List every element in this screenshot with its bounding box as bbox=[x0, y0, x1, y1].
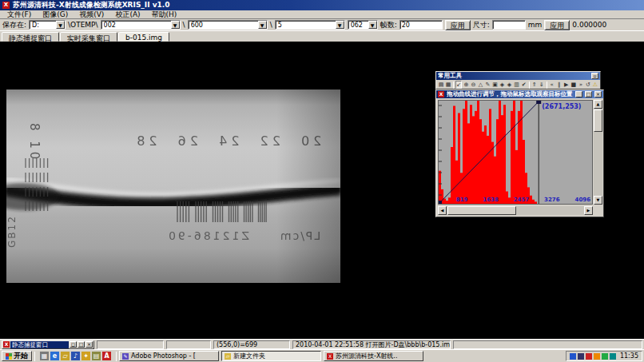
tray-icon-0[interactable] bbox=[570, 353, 576, 360]
common-tools-titlebar[interactable]: 常用工具 ▫ bbox=[436, 72, 600, 80]
horizontal-scrollbar[interactable]: ◀ ▶ bbox=[438, 206, 593, 215]
histogram-bar bbox=[467, 123, 470, 204]
tab-image-file[interactable]: b-015.img bbox=[118, 32, 169, 42]
tray-icon-3[interactable] bbox=[594, 353, 600, 360]
task-xris[interactable]: X苏州源清科技-X射线.. bbox=[324, 351, 423, 361]
scroll-up-icon[interactable]: ▲ bbox=[594, 100, 602, 109]
toolbar: 保存在: D:▼ \OTEMP\ 002▼ \ 600▼ \ 5▼ 062▼ 帧… bbox=[0, 19, 644, 31]
curve-origin-handle[interactable] bbox=[439, 201, 442, 204]
stop-icon[interactable]: ■ bbox=[570, 81, 577, 89]
check-icon[interactable]: ✔ bbox=[521, 81, 527, 89]
scroll-right-icon[interactable]: ▶ bbox=[584, 206, 593, 215]
play-icon[interactable]: ▶ bbox=[563, 81, 570, 89]
task-xris-label: 苏州源清科技-X射线.. bbox=[336, 352, 397, 360]
dir3-combo[interactable]: 5▼ bbox=[275, 20, 345, 30]
tray-icon-4[interactable] bbox=[602, 353, 608, 360]
histogram-bar bbox=[484, 125, 487, 204]
maximize-icon[interactable]: □ bbox=[78, 341, 85, 348]
x-axis-label: 819 bbox=[456, 197, 468, 203]
tab-realtime-capture[interactable]: 实时采集窗口 bbox=[60, 32, 117, 42]
x-axis-label: 3276 bbox=[544, 197, 560, 203]
menu-item-file[interactable]: 文件(F) bbox=[2, 10, 37, 20]
warning-icon[interactable]: ⚠ bbox=[592, 81, 598, 89]
folder-icon[interactable]: ▱ bbox=[61, 352, 70, 360]
zoom-out-icon[interactable]: ⊖ bbox=[470, 81, 476, 89]
start-button[interactable]: 开始 bbox=[2, 351, 32, 361]
hscroll-thumb[interactable] bbox=[447, 206, 516, 215]
scroll-left-icon[interactable]: ◀ bbox=[438, 206, 447, 215]
scroll-down-icon[interactable]: ▼ bbox=[594, 196, 602, 205]
tray-icon-1[interactable] bbox=[578, 353, 584, 360]
open-folder-icon[interactable]: ▤ bbox=[438, 81, 444, 89]
diamond-left-icon[interactable]: ◈ bbox=[507, 81, 513, 89]
histogram-bar bbox=[506, 192, 508, 205]
show-desktop-icon[interactable]: ▦ bbox=[40, 352, 49, 360]
menu-item-correct[interactable]: 校正(A) bbox=[109, 10, 145, 20]
menu-item-image[interactable]: 图像(G) bbox=[37, 10, 74, 20]
chevron-down-icon[interactable]: ▼ bbox=[368, 21, 377, 29]
explorer-icon[interactable]: ▤ bbox=[92, 352, 101, 360]
zoom-in-icon[interactable]: ⊕ bbox=[463, 81, 469, 89]
curve-tool-icon[interactable]: ↙ bbox=[455, 81, 462, 89]
task-new-folder[interactable]: ▱新建文件夹 bbox=[221, 351, 321, 361]
triangle-icon[interactable]: △ bbox=[477, 81, 483, 89]
last-frame-icon[interactable]: » bbox=[578, 81, 584, 89]
dir2-combo[interactable]: 600▼ bbox=[188, 20, 268, 30]
apply-size-button[interactable]: 应用 bbox=[544, 20, 570, 30]
vertical-scrollbar[interactable]: ▲ ▼ bbox=[594, 100, 602, 205]
dir1-combo[interactable]: 002▼ bbox=[101, 20, 181, 30]
task-photoshop[interactable]: ✎Adobe Photoshop - [ bbox=[119, 351, 219, 361]
close-icon[interactable]: × bbox=[594, 91, 602, 97]
unit-label: mm bbox=[528, 21, 543, 29]
chevron-down-icon[interactable]: ▼ bbox=[171, 21, 180, 29]
tray-icons bbox=[570, 353, 616, 360]
tray-icon-5[interactable] bbox=[610, 353, 616, 360]
vscroll-thumb[interactable] bbox=[594, 109, 602, 132]
clipboard-icon[interactable]: ▥ bbox=[514, 81, 520, 89]
tab-static-capture[interactable]: 静态捕捉窗口 bbox=[2, 32, 59, 42]
tray-icon-2[interactable] bbox=[586, 353, 592, 360]
arrow-down-icon[interactable]: ⇓ bbox=[539, 81, 545, 89]
size-input[interactable] bbox=[492, 20, 526, 30]
histogram-bar bbox=[470, 105, 472, 204]
maximize-icon[interactable]: □ bbox=[585, 91, 592, 97]
close-icon[interactable]: × bbox=[85, 341, 93, 348]
menu-item-help[interactable]: 帮助(H) bbox=[146, 10, 183, 20]
apply-frames-button[interactable]: 应用 bbox=[445, 20, 471, 30]
xray-image[interactable]: 18 20 22 24 26 28 8 10 GB12 Z12186-90 LP… bbox=[6, 90, 340, 283]
status-pixel-readout: (556,0)=699 bbox=[213, 340, 290, 349]
chevron-down-icon[interactable]: ▼ bbox=[258, 21, 267, 29]
loop-icon[interactable]: ↺ bbox=[585, 81, 591, 89]
pen-icon[interactable]: ✎ bbox=[484, 81, 491, 89]
minimize-icon[interactable]: _ bbox=[575, 91, 582, 97]
menu-item-video[interactable]: 视频(V) bbox=[74, 10, 109, 20]
mode-combo[interactable]: 062▼ bbox=[348, 20, 378, 30]
histogram-bar bbox=[513, 101, 515, 204]
minimized-child-window[interactable]: X 静态捕捉窗口 ◻ □ × bbox=[2, 340, 94, 349]
arrow-up-icon[interactable]: ⇑ bbox=[531, 81, 538, 89]
restore-icon[interactable]: ◻ bbox=[70, 341, 77, 348]
chevron-down-icon[interactable]: ▼ bbox=[56, 21, 65, 29]
histogram-bar bbox=[477, 101, 479, 204]
acrobat-icon[interactable]: A bbox=[102, 352, 111, 360]
chevron-down-icon[interactable]: ▼ bbox=[336, 21, 344, 29]
star-icon[interactable]: ✦ bbox=[81, 352, 90, 360]
taskbar-clock[interactable]: 11:35 bbox=[618, 352, 638, 360]
status-panel-empty-3 bbox=[453, 340, 642, 349]
sep1-label: \ bbox=[183, 21, 185, 29]
histogram-titlebar[interactable]: X 拖动曲线进行调节，拖动鼠标选取观察目标位置 _ □ × bbox=[436, 90, 603, 98]
frames-input[interactable] bbox=[400, 20, 443, 30]
image-icon[interactable]: ▣ bbox=[491, 81, 498, 89]
media-player-icon[interactable]: ♪ bbox=[71, 352, 80, 360]
windows-flag-icon bbox=[6, 353, 12, 360]
common-tools-icon-row: ▤▦↙⊕⊖△✎▣◈◈▥✔⇑⇓«‖▶■»↺⚠ bbox=[436, 80, 600, 90]
rollup-button[interactable]: ▫ bbox=[591, 73, 598, 79]
diamond-right-icon[interactable]: ◈ bbox=[499, 81, 505, 89]
first-frame-icon[interactable]: « bbox=[549, 81, 555, 89]
pause-icon[interactable]: ‖ bbox=[556, 81, 563, 89]
drive-combo[interactable]: D:▼ bbox=[29, 20, 66, 30]
ie-icon[interactable]: e bbox=[50, 352, 59, 360]
histogram-plot[interactable]: 8191638245732764096(2671,253) bbox=[438, 100, 593, 205]
save-icon[interactable]: ▦ bbox=[445, 81, 451, 89]
curve-handle[interactable] bbox=[536, 101, 541, 104]
